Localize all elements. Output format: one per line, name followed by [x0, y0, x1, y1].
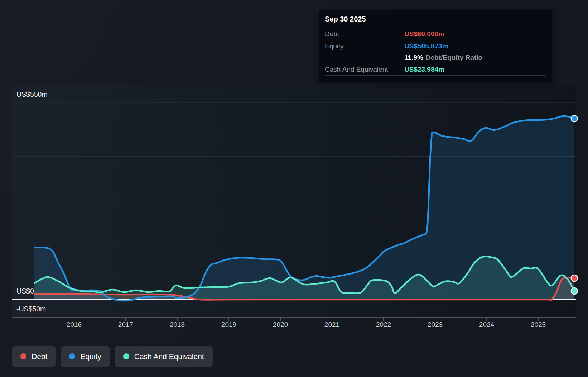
legend-item-cash[interactable]: Cash And Equivalent: [115, 346, 213, 367]
debt-color-dot: [20, 353, 26, 359]
x-tick-label-2023: 2023: [428, 321, 443, 328]
tooltip-debt-value: US$60.000m: [404, 30, 444, 38]
x-tick-label-2016: 2016: [67, 321, 82, 328]
tooltip-cash-label: Cash And Equivalent: [325, 66, 404, 73]
tooltip-cash-value: US$23.984m: [404, 66, 444, 73]
balance-sheet-chart[interactable]: 2016201720182019202020212022202320242025…: [0, 0, 588, 377]
x-tick-label-2017: 2017: [118, 321, 133, 328]
tooltip-ratio-value: 11.9%: [404, 54, 423, 62]
x-tick-label-2019: 2019: [221, 321, 236, 328]
y-axis-label-0: US$0: [16, 287, 34, 295]
cash-and-equivalent-end-marker: [571, 288, 578, 294]
legend-equity-label: Equity: [80, 352, 101, 361]
tooltip-equity-value: US$505.873m: [404, 42, 448, 50]
y-axis-label-550: US$550m: [16, 90, 48, 98]
x-tick-label-2020: 2020: [273, 321, 288, 328]
legend-debt-label: Debt: [32, 352, 47, 361]
tooltip-date: Sep 30 2025: [325, 10, 546, 28]
x-tick-label-2021: 2021: [324, 321, 339, 328]
y-axis-label--50: -US$50m: [16, 305, 46, 313]
tooltip-ratio-label: Debt/Equity Ratio: [426, 54, 482, 62]
tooltip-row-cash: Cash And Equivalent US$23.984m: [325, 63, 546, 76]
chart-tooltip: Sep 30 2025 Debt US$60.000m Equity US$50…: [319, 10, 552, 82]
equity-end-marker: [571, 115, 578, 122]
tooltip-equity-label: Equity: [325, 42, 404, 50]
legend-item-debt[interactable]: Debt: [12, 346, 56, 367]
equity-color-dot: [69, 353, 75, 359]
legend: Debt Equity Cash And Equivalent: [12, 346, 213, 367]
legend-item-equity[interactable]: Equity: [61, 346, 110, 367]
cash-color-dot: [123, 353, 129, 359]
tooltip-debt-label: Debt: [325, 30, 404, 38]
debt-end-marker: [571, 275, 578, 281]
tooltip-row-ratio: 11.9% Debt/Equity Ratio: [325, 52, 546, 63]
x-tick-label-2024: 2024: [479, 321, 495, 328]
x-tick-label-2022: 2022: [376, 321, 391, 328]
tooltip-row-equity: Equity US$505.873m: [325, 40, 546, 52]
tooltip-row-debt: Debt US$60.000m: [325, 28, 546, 40]
x-tick-label-2025: 2025: [531, 321, 546, 328]
legend-cash-label: Cash And Equivalent: [134, 352, 204, 361]
x-tick-label-2018: 2018: [170, 321, 185, 328]
